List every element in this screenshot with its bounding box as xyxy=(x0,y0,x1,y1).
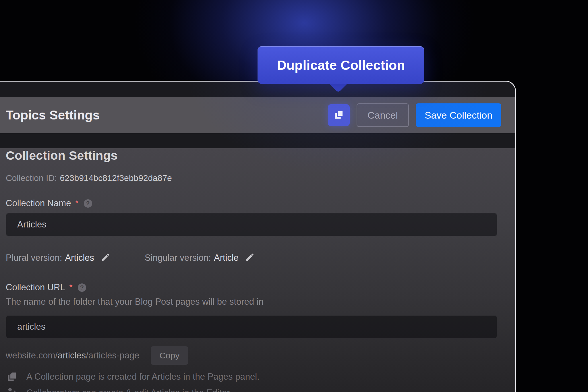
required-asterisk: * xyxy=(69,282,73,293)
collection-url-label: Collection URL xyxy=(6,282,65,293)
save-collection-button[interactable]: Save Collection xyxy=(416,103,501,127)
url-preview-row: website.com/articles/articles-page Copy xyxy=(6,346,497,365)
collection-url-description: The name of the folder that your Blog Po… xyxy=(6,297,497,307)
tooltip-label: Duplicate Collection xyxy=(277,57,405,73)
duplicate-collection-tooltip: Duplicate Collection xyxy=(258,46,424,84)
url-preview-text: website.com/articles/articles-page xyxy=(6,350,139,361)
copy-url-button[interactable]: Copy xyxy=(151,346,188,365)
collection-name-input[interactable] xyxy=(6,213,497,236)
collaborators-icon xyxy=(6,387,18,392)
url-suffix: /articles-page xyxy=(86,350,139,360)
duplicate-icon xyxy=(333,109,345,121)
collection-url-input[interactable] xyxy=(6,315,497,339)
duplicate-collection-button[interactable] xyxy=(328,104,350,126)
note-text: Collaborators can create & edit Articles… xyxy=(26,387,230,392)
name-variants-row: Plural version: Articles Singular versio… xyxy=(6,252,497,263)
collection-settings-content: Collection Settings Collection ID:623b91… xyxy=(0,148,515,392)
pencil-icon xyxy=(100,252,110,263)
singular-version-value: Article xyxy=(214,253,239,263)
collection-name-label-row: Collection Name* ? xyxy=(6,198,497,208)
plural-version-value: Articles xyxy=(65,253,94,263)
collection-page-icon xyxy=(6,371,18,383)
collection-id-value: 623b914bc812f3ebb92da87e xyxy=(60,173,172,183)
panel-header: Topics Settings Cancel Save Collection xyxy=(0,97,515,133)
url-prefix: website.com/ xyxy=(6,350,58,360)
url-slug: articles xyxy=(58,350,86,360)
help-icon[interactable]: ? xyxy=(84,199,92,208)
page-title: Topics Settings xyxy=(6,108,100,122)
collaborators-note: Collaborators can create & edit Articles… xyxy=(6,387,497,392)
plural-version-label: Plural version: xyxy=(6,253,62,263)
pencil-icon xyxy=(245,252,255,263)
settings-panel: Topics Settings Cancel Save Collection C… xyxy=(0,81,516,392)
collection-url-label-row: Collection URL* ? xyxy=(6,282,497,293)
collection-page-note: A Collection page is created for Article… xyxy=(6,371,497,383)
required-asterisk: * xyxy=(75,198,78,208)
cancel-button[interactable]: Cancel xyxy=(357,103,409,127)
collection-name-label: Collection Name xyxy=(6,198,71,208)
note-text: A Collection page is created for Article… xyxy=(26,371,260,383)
edit-plural-button[interactable] xyxy=(100,252,110,263)
edit-singular-button[interactable] xyxy=(245,252,255,263)
background: Duplicate Collection Topics Settings Can… xyxy=(0,0,588,392)
header-actions: Cancel Save Collection xyxy=(328,103,501,127)
window-chrome-strip xyxy=(0,82,515,97)
singular-version-label: Singular version: xyxy=(145,253,211,263)
help-icon[interactable]: ? xyxy=(78,283,86,292)
collection-id-label: Collection ID: xyxy=(6,173,57,183)
collection-id-row: Collection ID:623b914bc812f3ebb92da87e xyxy=(6,173,497,183)
section-title: Collection Settings xyxy=(6,148,497,163)
